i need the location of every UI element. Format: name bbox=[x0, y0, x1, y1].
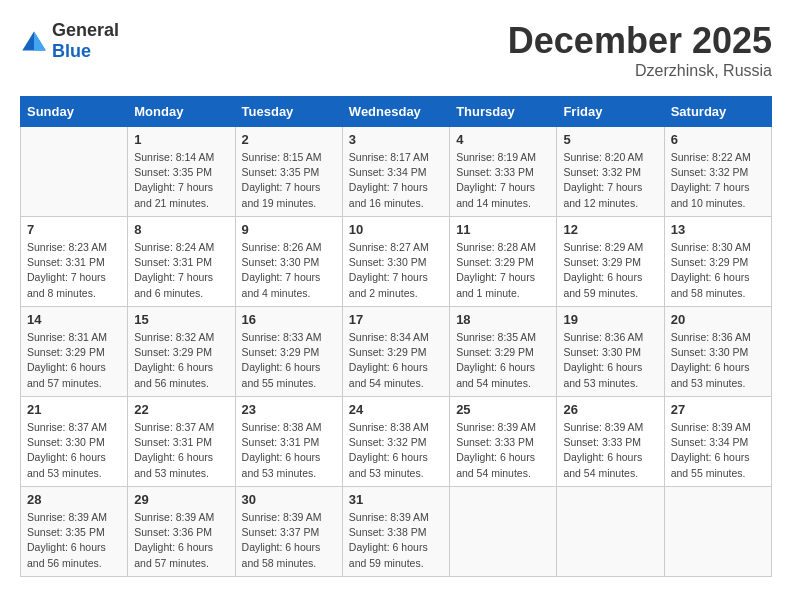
cell-sun-info: Sunrise: 8:39 AM Sunset: 3:37 PM Dayligh… bbox=[242, 510, 336, 571]
calendar-week-row: 21Sunrise: 8:37 AM Sunset: 3:30 PM Dayli… bbox=[21, 397, 772, 487]
cell-sun-info: Sunrise: 8:38 AM Sunset: 3:32 PM Dayligh… bbox=[349, 420, 443, 481]
cell-sun-info: Sunrise: 8:30 AM Sunset: 3:29 PM Dayligh… bbox=[671, 240, 765, 301]
calendar-cell: 22Sunrise: 8:37 AM Sunset: 3:31 PM Dayli… bbox=[128, 397, 235, 487]
cell-sun-info: Sunrise: 8:31 AM Sunset: 3:29 PM Dayligh… bbox=[27, 330, 121, 391]
logo: General Blue bbox=[20, 20, 119, 62]
calendar-cell: 9Sunrise: 8:26 AM Sunset: 3:30 PM Daylig… bbox=[235, 217, 342, 307]
cell-sun-info: Sunrise: 8:39 AM Sunset: 3:38 PM Dayligh… bbox=[349, 510, 443, 571]
calendar-cell: 30Sunrise: 8:39 AM Sunset: 3:37 PM Dayli… bbox=[235, 487, 342, 577]
col-header-wednesday: Wednesday bbox=[342, 97, 449, 127]
cell-sun-info: Sunrise: 8:32 AM Sunset: 3:29 PM Dayligh… bbox=[134, 330, 228, 391]
calendar-cell: 12Sunrise: 8:29 AM Sunset: 3:29 PM Dayli… bbox=[557, 217, 664, 307]
cell-sun-info: Sunrise: 8:17 AM Sunset: 3:34 PM Dayligh… bbox=[349, 150, 443, 211]
calendar-cell: 21Sunrise: 8:37 AM Sunset: 3:30 PM Dayli… bbox=[21, 397, 128, 487]
calendar-cell: 23Sunrise: 8:38 AM Sunset: 3:31 PM Dayli… bbox=[235, 397, 342, 487]
cell-sun-info: Sunrise: 8:39 AM Sunset: 3:36 PM Dayligh… bbox=[134, 510, 228, 571]
calendar-header-row: SundayMondayTuesdayWednesdayThursdayFrid… bbox=[21, 97, 772, 127]
day-number: 1 bbox=[134, 132, 228, 147]
cell-sun-info: Sunrise: 8:39 AM Sunset: 3:33 PM Dayligh… bbox=[563, 420, 657, 481]
calendar-cell: 31Sunrise: 8:39 AM Sunset: 3:38 PM Dayli… bbox=[342, 487, 449, 577]
day-number: 21 bbox=[27, 402, 121, 417]
col-header-monday: Monday bbox=[128, 97, 235, 127]
cell-sun-info: Sunrise: 8:39 AM Sunset: 3:34 PM Dayligh… bbox=[671, 420, 765, 481]
page-header: General Blue December 2025 Dzerzhinsk, R… bbox=[20, 20, 772, 80]
cell-sun-info: Sunrise: 8:15 AM Sunset: 3:35 PM Dayligh… bbox=[242, 150, 336, 211]
cell-sun-info: Sunrise: 8:23 AM Sunset: 3:31 PM Dayligh… bbox=[27, 240, 121, 301]
day-number: 14 bbox=[27, 312, 121, 327]
day-number: 12 bbox=[563, 222, 657, 237]
day-number: 28 bbox=[27, 492, 121, 507]
calendar-cell: 11Sunrise: 8:28 AM Sunset: 3:29 PM Dayli… bbox=[450, 217, 557, 307]
cell-sun-info: Sunrise: 8:29 AM Sunset: 3:29 PM Dayligh… bbox=[563, 240, 657, 301]
calendar-table: SundayMondayTuesdayWednesdayThursdayFrid… bbox=[20, 96, 772, 577]
cell-sun-info: Sunrise: 8:39 AM Sunset: 3:35 PM Dayligh… bbox=[27, 510, 121, 571]
day-number: 6 bbox=[671, 132, 765, 147]
day-number: 10 bbox=[349, 222, 443, 237]
svg-marker-1 bbox=[34, 31, 46, 50]
title-area: December 2025 Dzerzhinsk, Russia bbox=[508, 20, 772, 80]
calendar-cell: 28Sunrise: 8:39 AM Sunset: 3:35 PM Dayli… bbox=[21, 487, 128, 577]
calendar-cell: 8Sunrise: 8:24 AM Sunset: 3:31 PM Daylig… bbox=[128, 217, 235, 307]
cell-sun-info: Sunrise: 8:36 AM Sunset: 3:30 PM Dayligh… bbox=[563, 330, 657, 391]
day-number: 4 bbox=[456, 132, 550, 147]
cell-sun-info: Sunrise: 8:37 AM Sunset: 3:31 PM Dayligh… bbox=[134, 420, 228, 481]
calendar-week-row: 7Sunrise: 8:23 AM Sunset: 3:31 PM Daylig… bbox=[21, 217, 772, 307]
calendar-cell bbox=[21, 127, 128, 217]
day-number: 25 bbox=[456, 402, 550, 417]
day-number: 7 bbox=[27, 222, 121, 237]
day-number: 23 bbox=[242, 402, 336, 417]
cell-sun-info: Sunrise: 8:38 AM Sunset: 3:31 PM Dayligh… bbox=[242, 420, 336, 481]
location-subtitle: Dzerzhinsk, Russia bbox=[508, 62, 772, 80]
col-header-thursday: Thursday bbox=[450, 97, 557, 127]
calendar-cell: 14Sunrise: 8:31 AM Sunset: 3:29 PM Dayli… bbox=[21, 307, 128, 397]
calendar-cell: 2Sunrise: 8:15 AM Sunset: 3:35 PM Daylig… bbox=[235, 127, 342, 217]
cell-sun-info: Sunrise: 8:24 AM Sunset: 3:31 PM Dayligh… bbox=[134, 240, 228, 301]
calendar-cell: 19Sunrise: 8:36 AM Sunset: 3:30 PM Dayli… bbox=[557, 307, 664, 397]
calendar-cell bbox=[664, 487, 771, 577]
day-number: 30 bbox=[242, 492, 336, 507]
calendar-cell: 13Sunrise: 8:30 AM Sunset: 3:29 PM Dayli… bbox=[664, 217, 771, 307]
day-number: 27 bbox=[671, 402, 765, 417]
cell-sun-info: Sunrise: 8:37 AM Sunset: 3:30 PM Dayligh… bbox=[27, 420, 121, 481]
col-header-friday: Friday bbox=[557, 97, 664, 127]
day-number: 13 bbox=[671, 222, 765, 237]
day-number: 3 bbox=[349, 132, 443, 147]
calendar-cell: 24Sunrise: 8:38 AM Sunset: 3:32 PM Dayli… bbox=[342, 397, 449, 487]
calendar-cell bbox=[557, 487, 664, 577]
calendar-cell: 15Sunrise: 8:32 AM Sunset: 3:29 PM Dayli… bbox=[128, 307, 235, 397]
cell-sun-info: Sunrise: 8:27 AM Sunset: 3:30 PM Dayligh… bbox=[349, 240, 443, 301]
calendar-cell bbox=[450, 487, 557, 577]
calendar-week-row: 1Sunrise: 8:14 AM Sunset: 3:35 PM Daylig… bbox=[21, 127, 772, 217]
day-number: 16 bbox=[242, 312, 336, 327]
calendar-cell: 6Sunrise: 8:22 AM Sunset: 3:32 PM Daylig… bbox=[664, 127, 771, 217]
day-number: 29 bbox=[134, 492, 228, 507]
calendar-cell: 3Sunrise: 8:17 AM Sunset: 3:34 PM Daylig… bbox=[342, 127, 449, 217]
day-number: 24 bbox=[349, 402, 443, 417]
cell-sun-info: Sunrise: 8:19 AM Sunset: 3:33 PM Dayligh… bbox=[456, 150, 550, 211]
day-number: 15 bbox=[134, 312, 228, 327]
day-number: 8 bbox=[134, 222, 228, 237]
calendar-cell: 10Sunrise: 8:27 AM Sunset: 3:30 PM Dayli… bbox=[342, 217, 449, 307]
calendar-cell: 29Sunrise: 8:39 AM Sunset: 3:36 PM Dayli… bbox=[128, 487, 235, 577]
col-header-sunday: Sunday bbox=[21, 97, 128, 127]
month-title: December 2025 bbox=[508, 20, 772, 62]
cell-sun-info: Sunrise: 8:39 AM Sunset: 3:33 PM Dayligh… bbox=[456, 420, 550, 481]
logo-icon bbox=[20, 30, 48, 52]
calendar-cell: 27Sunrise: 8:39 AM Sunset: 3:34 PM Dayli… bbox=[664, 397, 771, 487]
day-number: 19 bbox=[563, 312, 657, 327]
col-header-tuesday: Tuesday bbox=[235, 97, 342, 127]
logo-text-blue: Blue bbox=[52, 41, 91, 61]
day-number: 26 bbox=[563, 402, 657, 417]
cell-sun-info: Sunrise: 8:36 AM Sunset: 3:30 PM Dayligh… bbox=[671, 330, 765, 391]
logo-text-general: General bbox=[52, 20, 119, 40]
col-header-saturday: Saturday bbox=[664, 97, 771, 127]
cell-sun-info: Sunrise: 8:22 AM Sunset: 3:32 PM Dayligh… bbox=[671, 150, 765, 211]
day-number: 11 bbox=[456, 222, 550, 237]
cell-sun-info: Sunrise: 8:20 AM Sunset: 3:32 PM Dayligh… bbox=[563, 150, 657, 211]
calendar-cell: 5Sunrise: 8:20 AM Sunset: 3:32 PM Daylig… bbox=[557, 127, 664, 217]
cell-sun-info: Sunrise: 8:34 AM Sunset: 3:29 PM Dayligh… bbox=[349, 330, 443, 391]
day-number: 17 bbox=[349, 312, 443, 327]
day-number: 18 bbox=[456, 312, 550, 327]
cell-sun-info: Sunrise: 8:28 AM Sunset: 3:29 PM Dayligh… bbox=[456, 240, 550, 301]
cell-sun-info: Sunrise: 8:35 AM Sunset: 3:29 PM Dayligh… bbox=[456, 330, 550, 391]
